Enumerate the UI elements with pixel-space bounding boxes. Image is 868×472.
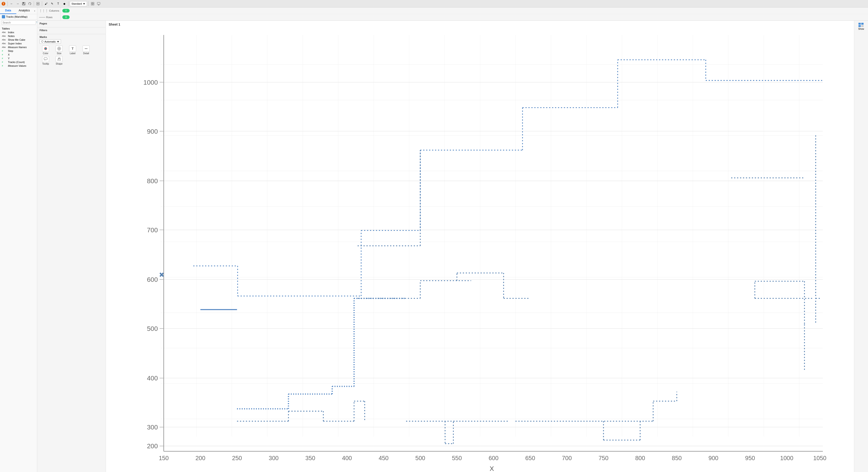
svg-point-32 [87, 48, 88, 49]
marks-size-button[interactable]: Size [53, 45, 65, 55]
rows-label-text: Rows [46, 16, 53, 19]
svg-text:400: 400 [147, 375, 158, 382]
svg-text:600: 600 [489, 455, 498, 461]
size-icon [56, 45, 63, 52]
item-name: X [8, 53, 35, 56]
filters-section-title: Filters [39, 29, 103, 32]
view-dropdown-label: Standard [71, 2, 82, 5]
svg-rect-128 [859, 23, 861, 25]
highlight-icon[interactable]: 🖌 [43, 1, 49, 6]
svg-text:650: 650 [525, 455, 535, 461]
item-name: Notes [8, 35, 35, 37]
workbook-panel: Pages Filters Marks ⬡ Automatic ▼ [37, 21, 106, 472]
marks-label-button[interactable]: T Label [67, 45, 79, 55]
label-icon: T [69, 45, 76, 52]
list-item[interactable]: Abc Measure Names [0, 45, 37, 49]
text-icon[interactable]: T [56, 1, 61, 6]
marks-color-button[interactable]: Color [39, 45, 52, 55]
item-name: Tracks (Count) [8, 61, 35, 64]
svg-text:300: 300 [147, 424, 158, 431]
marks-shape-button[interactable]: Shape [53, 56, 65, 65]
list-item[interactable]: Abc Super Index [0, 42, 37, 45]
svg-text:850: 850 [672, 455, 682, 461]
marks-type-row: ⬡ Automatic ▼ [39, 39, 103, 44]
svg-text:150: 150 [159, 455, 168, 461]
pages-section: Pages [37, 21, 106, 27]
size-label: Size [57, 52, 61, 55]
chart-area: Sheet 1 1000 [106, 21, 854, 472]
list-item[interactable]: # Measure Values [0, 64, 37, 68]
marks-tooltip-button[interactable]: Tooltip [39, 56, 52, 65]
svg-point-31 [86, 48, 87, 49]
app-logo-icon: T [1, 1, 6, 6]
view-dropdown[interactable]: Standard ▼ [70, 1, 87, 6]
shape-label: Shape [56, 63, 63, 65]
tab-data[interactable]: Data [0, 7, 16, 14]
svg-text:350: 350 [305, 455, 315, 461]
tooltip-label: Tooltip [42, 63, 49, 65]
type-badge: # [2, 61, 7, 63]
type-badge: # [2, 57, 7, 60]
list-item[interactable]: # Y [0, 57, 37, 60]
search-row: 🔍 ▼ [0, 20, 37, 26]
rows-pill[interactable]: X [62, 15, 69, 19]
chart-bg[interactable] [164, 35, 823, 451]
type-badge: Abc [2, 31, 7, 33]
x-marker: × [160, 271, 164, 278]
list-item[interactable]: Abc Index [0, 30, 37, 34]
tooltip-icon [42, 56, 49, 62]
columns-shelf-label: ⋮⋮⋮ Columns [37, 7, 61, 14]
svg-rect-11 [91, 4, 92, 5]
list-item[interactable]: # Step [0, 49, 37, 53]
show-me-icon [858, 23, 864, 27]
list-item[interactable]: # Tracks (Count) [0, 60, 37, 64]
list-item[interactable]: Abc Show Me Cake [0, 38, 37, 42]
color-label: Color [43, 52, 49, 55]
marks-type-icon: ⬡ [41, 40, 43, 43]
columns-pill[interactable]: Y [62, 9, 69, 12]
panel-tab-bar: Data Analytics ‹ [0, 7, 37, 14]
shelf-area: ⋮⋮⋮ Columns Y ―― Rows X [37, 7, 868, 21]
pin-icon[interactable]: ◆ [62, 1, 67, 6]
marks-buttons: Color Size T Label [39, 45, 103, 65]
type-badge: # [2, 65, 7, 67]
fit-button[interactable] [90, 1, 95, 6]
search-input[interactable] [1, 21, 36, 25]
svg-point-26 [45, 48, 46, 49]
chart-title: Sheet 1 [106, 21, 854, 28]
svg-rect-4 [23, 4, 25, 5]
svg-text:750: 750 [598, 455, 608, 461]
svg-rect-13 [97, 2, 100, 4]
filters-section: Filters [37, 27, 106, 34]
add-datasource-button[interactable] [35, 1, 40, 6]
svg-rect-129 [861, 23, 864, 25]
svg-text:900: 900 [147, 128, 158, 135]
main-toolbar: T ← → 🖌 ✎ T ◆ Standard ▼ [0, 0, 868, 7]
refresh-button[interactable] [27, 1, 32, 6]
data-source-item[interactable]: Tracks (MarioMap) [0, 14, 37, 20]
toolbar-sep-5 [88, 1, 89, 6]
type-badge: Abc [2, 35, 7, 37]
marks-detail-button[interactable]: Detail [80, 45, 92, 55]
list-item[interactable]: Abc Notes [0, 34, 37, 38]
svg-text:450: 450 [379, 455, 389, 461]
svg-rect-10 [93, 2, 94, 3]
undo-button[interactable]: ← [9, 1, 14, 6]
svg-text:X: X [490, 465, 494, 472]
panel-collapse-button[interactable]: ‹ [32, 7, 37, 14]
list-item[interactable]: # X [0, 53, 37, 57]
marks-type-dropdown[interactable]: ⬡ Automatic ▼ [39, 39, 61, 44]
show-me-label: Show [858, 28, 864, 30]
svg-marker-5 [28, 4, 29, 4]
show-me-button[interactable]: Show [858, 23, 864, 30]
annotate-icon[interactable]: ✎ [50, 1, 55, 6]
redo-button[interactable]: → [15, 1, 20, 6]
present-button[interactable] [96, 1, 101, 6]
label-label: Label [70, 52, 75, 55]
save-button[interactable] [21, 1, 26, 6]
type-badge: Abc [2, 42, 7, 45]
detail-icon [83, 45, 90, 52]
type-badge: Abc [2, 46, 7, 48]
item-name: Index [8, 31, 35, 34]
tab-analytics[interactable]: Analytics [16, 7, 33, 14]
